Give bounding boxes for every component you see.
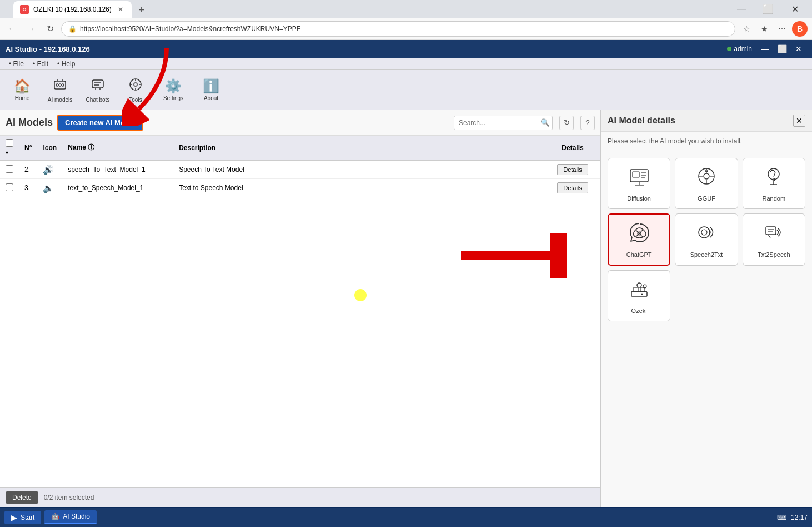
txt2speech-label: Txt2Speech: [758, 251, 790, 258]
right-panel: AI Model details ✕ Please select the AI …: [601, 110, 812, 507]
maximize-button[interactable]: ⬜: [755, 0, 781, 18]
app-close-button[interactable]: ✕: [791, 43, 806, 55]
svg-point-48: [637, 283, 641, 287]
svg-line-43: [768, 235, 770, 238]
chatgpt-label: ChatGPT: [626, 251, 652, 258]
toolbar-about[interactable]: ℹ️ About: [193, 73, 229, 107]
row-1-details-button[interactable]: Details: [557, 164, 588, 175]
toolbar-tools[interactable]: Tools: [118, 73, 153, 107]
col-header-num: N°: [19, 136, 37, 160]
col-header-desc: Description: [173, 136, 545, 160]
model-card-diffusion[interactable]: Diffusion: [608, 158, 670, 209]
close-button[interactable]: ✕: [782, 0, 808, 18]
browser-chrome: O OZEKI 10 (192.168.0.126) ✕ + — ⬜ ✕ ← →…: [0, 0, 812, 40]
bookmark-button[interactable]: ☆: [739, 21, 754, 37]
col-header-icon: Icon: [37, 136, 62, 160]
menu-help[interactable]: • Help: [53, 59, 79, 69]
app-maximize-button[interactable]: ⬜: [774, 43, 790, 55]
right-panel-subtitle: Please select the AI model you wish to i…: [601, 132, 812, 151]
right-panel-close-button[interactable]: ✕: [793, 115, 805, 127]
menu-edit[interactable]: • Edit: [28, 59, 53, 69]
row-2-details-button[interactable]: Details: [557, 182, 588, 193]
reload-button[interactable]: ↻: [42, 21, 58, 37]
toolbar-actions: ☆ ★ ⋯ B: [739, 21, 808, 37]
toolbar-settings-label: Settings: [163, 95, 183, 101]
diffusion-label: Diffusion: [627, 195, 651, 202]
text-to-speech-icon: 🔈: [43, 183, 54, 193]
main-panel-header: AI Models Create new AI Model 🔍 ↻ ?: [0, 110, 600, 136]
window-controls: — ⬜ ✕: [729, 0, 808, 18]
page-title: AI Models: [6, 117, 53, 128]
start-label: Start: [21, 514, 34, 521]
create-model-button[interactable]: Create new AI Model: [57, 115, 143, 131]
start-icon: ▶: [11, 513, 17, 522]
browser-toolbar: ← → ↻ 🔒 https://localhost:9520/AI+Studio…: [0, 18, 812, 40]
model-card-ozeki[interactable]: Ozeki: [608, 270, 670, 321]
tab-close-button[interactable]: ✕: [116, 5, 125, 14]
model-card-txt2speech[interactable]: Txt2Speech: [743, 213, 805, 266]
col-header-details: Details: [545, 136, 600, 160]
tools-icon: [128, 77, 143, 96]
browser-tab[interactable]: O OZEKI 10 (192.168.0.126) ✕: [13, 1, 132, 18]
taskbar: ▶ Start 🤖 AI Studio ⌨ 12:17: [0, 507, 812, 527]
app-content: AI Models Create new AI Model 🔍 ↻ ?: [0, 110, 812, 507]
model-card-gguf[interactable]: GGUF: [675, 158, 738, 209]
address-text: https://localhost:9520/AI+Studio/?a=Mode…: [80, 25, 728, 33]
delete-button[interactable]: Delete: [6, 491, 38, 504]
select-dropdown[interactable]: ▾: [6, 150, 8, 156]
taskbar-sys: ⌨: [777, 514, 786, 521]
col-header-name: Name ⓘ: [62, 136, 173, 160]
toolbar-ai-models[interactable]: AI models: [42, 73, 78, 107]
search-button[interactable]: 🔍: [538, 116, 552, 130]
tab-favicon: O: [20, 5, 29, 14]
row-2-check: [0, 179, 19, 197]
app-menubar: • File • Edit • Help: [0, 58, 812, 70]
app-minimize-button[interactable]: —: [758, 43, 773, 55]
ai-models-icon: [52, 77, 68, 96]
settings-icon: ⚙️: [165, 78, 182, 94]
user-badge: admin: [727, 45, 752, 53]
speech-to-text-icon: 🔊: [43, 165, 54, 175]
start-button[interactable]: ▶ Start: [4, 511, 41, 524]
refresh-button[interactable]: ↻: [559, 116, 574, 130]
model-cards-grid: Diffusion: [601, 151, 812, 328]
ozeki-icon: [628, 277, 650, 304]
right-panel-title: AI Model details: [608, 116, 675, 126]
toolbar-about-label: About: [204, 95, 218, 101]
model-card-chatgpt[interactable]: ChatGPT: [608, 213, 670, 266]
search-input[interactable]: [454, 119, 538, 127]
forward-button[interactable]: →: [23, 21, 39, 37]
back-button[interactable]: ←: [4, 21, 20, 37]
lock-icon: 🔒: [68, 25, 77, 33]
row-1-desc: Speech To Text Model: [173, 160, 545, 179]
tab-bar: O OZEKI 10 (192.168.0.126) ✕ +: [9, 0, 724, 18]
svg-rect-44: [631, 292, 647, 296]
row-1-details-cell: Details: [545, 160, 600, 179]
taskbar-app-button[interactable]: 🤖 AI Studio: [44, 510, 97, 524]
svg-point-39: [701, 230, 707, 235]
random-icon: [763, 165, 785, 192]
model-card-speech2txt[interactable]: Speech2Txt: [675, 213, 738, 266]
toolbar-chat-bots[interactable]: Chat bots: [80, 73, 116, 107]
taskbar-right: ⌨ 12:17: [777, 514, 808, 521]
bookmarks-button[interactable]: ★: [756, 21, 772, 37]
toolbar-settings[interactable]: ⚙️ Settings: [156, 73, 191, 107]
address-bar[interactable]: 🔒 https://localhost:9520/AI+Studio/?a=Mo…: [61, 21, 735, 37]
table-header-row: ▾ N° Icon Name ⓘ Description Details: [0, 136, 600, 160]
minimize-button[interactable]: —: [729, 0, 754, 18]
row-2-checkbox[interactable]: [6, 183, 13, 191]
menu-file[interactable]: • File: [4, 59, 28, 69]
toolbar-home[interactable]: 🏠 Home: [4, 73, 40, 107]
svg-point-3: [62, 84, 64, 86]
model-card-random[interactable]: Random: [743, 158, 805, 209]
models-table: ▾ N° Icon Name ⓘ Description Details 2: [0, 136, 600, 197]
row-1-checkbox[interactable]: [6, 165, 13, 173]
select-all-checkbox[interactable]: [6, 139, 13, 147]
extensions-button[interactable]: ⋯: [774, 21, 790, 37]
svg-point-38: [699, 227, 710, 238]
footer-bar: Delete 0/2 item selected: [0, 487, 600, 507]
help-button[interactable]: ?: [580, 116, 595, 130]
new-tab-button[interactable]: +: [134, 2, 149, 18]
taskbar-clock: 12:17: [791, 514, 808, 521]
app-titlebar: AI Studio - 192.168.0.126 admin — ⬜ ✕: [0, 40, 812, 58]
